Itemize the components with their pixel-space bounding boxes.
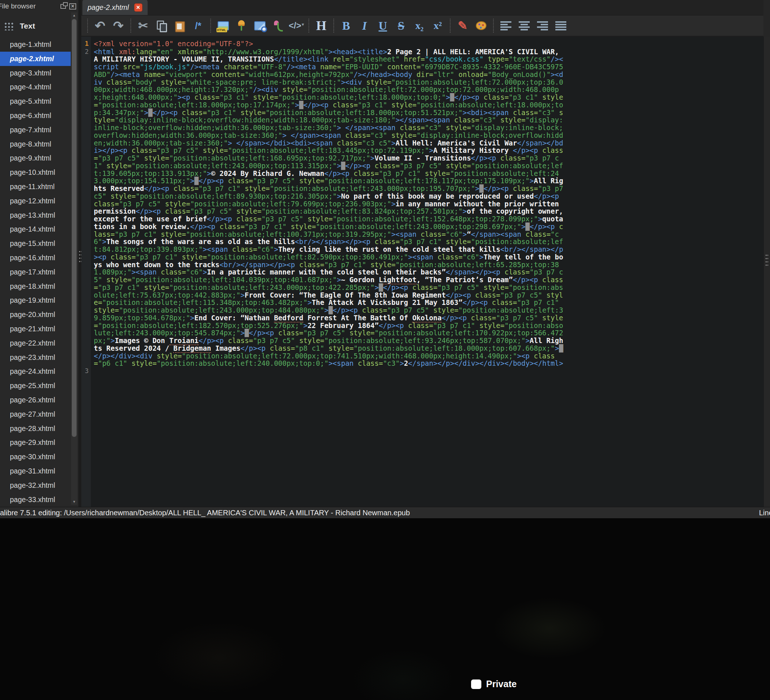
underline-button[interactable]: U xyxy=(374,16,392,35)
undo-button[interactable]: ↶ xyxy=(91,16,109,35)
file-item-page-29[interactable]: page-29.xhtml xyxy=(0,435,71,450)
align-center-icon xyxy=(519,21,530,31)
redo-button[interactable]: ↷ xyxy=(109,16,128,35)
code-line-1[interactable]: 1<?xml version="1.0" encoding="UTF-8"?> xyxy=(81,40,764,48)
file-item-page-3[interactable]: page-3.xhtml xyxy=(0,66,71,80)
separator-2 xyxy=(210,19,211,32)
copy-button[interactable] xyxy=(152,16,171,35)
file-item-page-33[interactable]: page-33.xhtml xyxy=(0,493,71,507)
status-editing-path: calibre 7.5.1 editing: /Users/richardnew… xyxy=(0,509,410,517)
file-item-page-1[interactable]: page-1.xhtml xyxy=(0,37,71,52)
remove-formatting-button[interactable]: ✎ xyxy=(453,16,472,35)
file-item-page-30[interactable]: page-30.xhtml xyxy=(0,450,71,464)
file-item-page-23[interactable]: page-23.xhtml xyxy=(0,350,71,365)
change-text-color-button[interactable] xyxy=(472,16,490,35)
right-panel-splitter[interactable] xyxy=(764,37,770,507)
calibre-editor-window: File browser ✕ Text page-1.xhtmlpage-2.x… xyxy=(0,0,770,700)
file-item-page-4[interactable]: page-4.xhtml xyxy=(0,80,71,94)
sidebar-scrollbar[interactable]: ▲ ▼ xyxy=(71,13,77,505)
file-list: page-1.xhtmlpage-2.xhtmlpage-3.xhtmlpage… xyxy=(0,37,78,507)
file-item-page-8[interactable]: page-8.xhtml xyxy=(0,137,71,151)
code-line-2[interactable]: 2<html xml:lang="en" xmlns="http://www.w… xyxy=(81,48,764,368)
file-item-page-22[interactable]: page-22.xhtml xyxy=(0,336,71,350)
float-panel-icon[interactable] xyxy=(60,4,66,9)
file-item-page-2[interactable]: page-2.xhtml xyxy=(0,52,71,66)
scrollbar-thumb[interactable] xyxy=(72,19,76,437)
align-right-icon xyxy=(537,21,548,31)
insert-heading-button[interactable]: H xyxy=(312,16,330,35)
insert-image-button[interactable] xyxy=(214,16,232,35)
private-label: Private xyxy=(486,679,516,689)
file-item-page-13[interactable]: page-13.xhtml xyxy=(0,208,71,222)
code-text[interactable] xyxy=(94,367,567,375)
file-item-page-28[interactable]: page-28.xhtml xyxy=(0,421,71,436)
insert-special-character-button[interactable] xyxy=(232,16,251,35)
close-panel-icon[interactable]: ✕ xyxy=(69,3,76,10)
strikethrough-button[interactable]: S xyxy=(392,16,410,35)
file-item-page-16[interactable]: page-16.xhtml xyxy=(0,251,71,265)
code-text[interactable]: <?xml version="1.0" encoding="UTF-8"?> xyxy=(94,40,567,48)
file-item-page-14[interactable]: page-14.xhtml xyxy=(0,222,71,237)
status-cursor-position: Line xyxy=(759,509,770,517)
text-section-row[interactable]: Text xyxy=(0,18,78,34)
code-text[interactable]: <html xml:lang="en" xmlns="http://www.w3… xyxy=(94,48,567,368)
file-item-page-10[interactable]: page-10.xhtml xyxy=(0,165,71,180)
file-item-page-20[interactable]: page-20.xhtml xyxy=(0,308,71,322)
bold-button[interactable]: B xyxy=(337,16,355,35)
panel-splitter[interactable] xyxy=(78,0,81,507)
bold-icon: B xyxy=(342,20,350,31)
align-right-button[interactable] xyxy=(533,16,552,35)
align-center-button[interactable] xyxy=(515,16,533,35)
file-item-page-11[interactable]: page-11.xhtml xyxy=(0,180,71,194)
scroll-down-icon[interactable]: ▼ xyxy=(71,499,77,505)
file-item-page-5[interactable]: page-5.xhtml xyxy=(0,94,71,109)
align-left-button[interactable] xyxy=(497,16,515,35)
subscript-icon: x₂ xyxy=(416,21,424,31)
file-item-page-26[interactable]: page-26.xhtml xyxy=(0,393,71,407)
insert-comment-button[interactable]: /* xyxy=(189,16,207,35)
align-justify-icon xyxy=(555,21,566,31)
tab-page-2[interactable]: page-2.xhtml ✕ xyxy=(82,0,148,15)
insert-tag-button[interactable]: </>▾ xyxy=(287,16,306,35)
file-item-page-24[interactable]: page-24.xhtml xyxy=(0,364,71,379)
subscript-button[interactable]: x₂ xyxy=(410,16,429,35)
insert-hyperlink-icon xyxy=(273,20,283,31)
file-item-page-31[interactable]: page-31.xhtml xyxy=(0,464,71,478)
paste-icon xyxy=(175,20,184,31)
italic-icon: I xyxy=(362,20,367,31)
paste-button[interactable] xyxy=(171,16,189,35)
code-editor[interactable]: 1<?xml version="1.0" encoding="UTF-8"?>2… xyxy=(81,37,764,507)
separator-5 xyxy=(450,19,451,32)
private-badge[interactable]: Private xyxy=(471,679,516,689)
file-browser-title: File browser xyxy=(0,2,36,10)
status-bar: calibre 7.5.1 editing: /Users/richardnew… xyxy=(0,507,770,518)
editor-toolbar: ↶↷✂/*</>▾HBIUSx₂x²✎ xyxy=(81,15,764,36)
cut-icon: ✂ xyxy=(139,20,148,31)
file-item-page-25[interactable]: page-25.xhtml xyxy=(0,379,71,393)
text-section-label: Text xyxy=(20,22,35,31)
file-item-page-18[interactable]: page-18.xhtml xyxy=(0,279,71,293)
file-item-page-21[interactable]: page-21.xhtml xyxy=(0,322,71,336)
file-item-page-9[interactable]: page-9.xhtml xyxy=(0,151,71,165)
code-line-3[interactable]: 3 xyxy=(81,367,764,375)
insert-hyperlink-button[interactable] xyxy=(269,16,287,35)
cut-button[interactable]: ✂ xyxy=(134,16,152,35)
file-item-page-19[interactable]: page-19.xhtml xyxy=(0,293,71,308)
browse-images-button[interactable] xyxy=(251,16,269,35)
line-number: 3 xyxy=(81,367,91,375)
align-justify-button[interactable] xyxy=(552,16,570,35)
code-area[interactable]: 1<?xml version="1.0" encoding="UTF-8"?>2… xyxy=(81,40,764,375)
scroll-up-icon[interactable]: ▲ xyxy=(71,13,77,18)
tab-close-icon[interactable]: ✕ xyxy=(134,3,142,12)
file-item-page-32[interactable]: page-32.xhtml xyxy=(0,478,71,493)
file-item-page-6[interactable]: page-6.xhtml xyxy=(0,109,71,123)
line-number: 1 xyxy=(81,40,91,48)
file-item-page-27[interactable]: page-27.xhtml xyxy=(0,407,71,421)
dropdown-caret-icon: ▾ xyxy=(302,22,304,27)
italic-button[interactable]: I xyxy=(355,16,374,35)
file-item-page-7[interactable]: page-7.xhtml xyxy=(0,123,71,137)
superscript-button[interactable]: x² xyxy=(429,16,447,35)
file-item-page-12[interactable]: page-12.xhtml xyxy=(0,194,71,208)
file-item-page-15[interactable]: page-15.xhtml xyxy=(0,237,71,251)
file-item-page-17[interactable]: page-17.xhtml xyxy=(0,265,71,279)
